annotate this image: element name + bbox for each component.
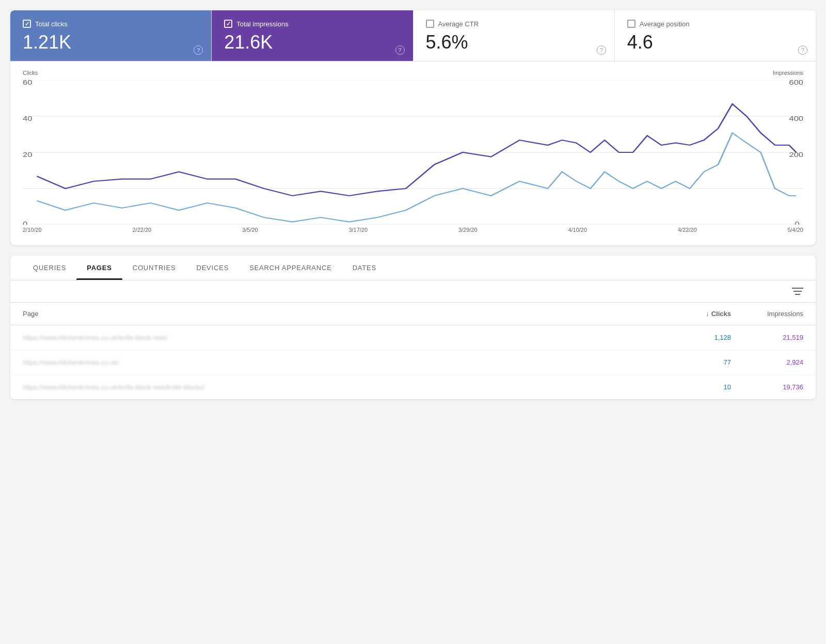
tab-pages[interactable]: PAGES: [76, 256, 122, 280]
chart-y-right-label: Impressions: [773, 70, 803, 76]
x-label-5: 3/29/20: [458, 227, 478, 233]
table-cell-page-1[interactable]: https://www.kitchenknives.co.uk/: [23, 358, 659, 366]
metric-label-average-ctr: Average CTR: [438, 20, 479, 28]
checkbox-total-impressions[interactable]: ✓: [224, 20, 232, 28]
help-icon-average-position[interactable]: ?: [798, 45, 807, 55]
data-table: Page ↓ Clicks Impressions https://www.ki…: [10, 303, 816, 399]
help-icon-average-ctr[interactable]: ?: [597, 45, 606, 55]
svg-text:40: 40: [23, 115, 32, 122]
metric-header-total-clicks: ✓ Total clicks: [23, 20, 199, 28]
x-label-3: 3/5/20: [242, 227, 258, 233]
table-cell-impressions-0: 21,519: [731, 334, 803, 341]
x-label-8: 5/4/20: [787, 227, 803, 233]
metric-tile-average-position[interactable]: Average position 4.6 ?: [615, 10, 816, 61]
help-icon-total-impressions[interactable]: ?: [395, 45, 405, 55]
metric-header-average-position: Average position: [627, 20, 803, 28]
metric-label-total-clicks: Total clicks: [35, 20, 68, 28]
header-page: Page: [23, 310, 659, 318]
x-label-4: 3/17/20: [348, 227, 368, 233]
metric-value-total-clicks: 1.21K: [23, 32, 199, 53]
metric-value-total-impressions: 21.6K: [224, 32, 400, 53]
filter-button[interactable]: [792, 287, 803, 296]
metric-value-average-position: 4.6: [627, 32, 803, 53]
checkbox-average-position[interactable]: [627, 20, 636, 28]
table-row: https://www.kitchenknives.co.uk/knife-bl…: [10, 325, 816, 350]
metric-tile-total-clicks[interactable]: ✓ Total clicks 1.21K ?: [10, 10, 212, 61]
tab-search-appearance[interactable]: SEARCH APPEARANCE: [239, 256, 342, 280]
tab-dates[interactable]: DATES: [342, 256, 387, 280]
x-label-7: 4/22/20: [678, 227, 697, 233]
chart-x-labels: 2/10/20 2/22/20 3/5/20 3/17/20 3/29/20 4…: [23, 225, 803, 233]
sort-down-icon: ↓: [706, 310, 709, 318]
help-icon-total-clicks[interactable]: ?: [194, 45, 203, 55]
metric-tile-average-ctr[interactable]: Average CTR 5.6% ?: [414, 10, 615, 61]
chart-y-left-label: Clicks: [23, 70, 38, 76]
tab-queries[interactable]: QUERIES: [23, 256, 76, 280]
metric-header-average-ctr: Average CTR: [426, 20, 602, 28]
table-row: https://www.kitchenknives.co.uk/knife-bl…: [10, 375, 816, 399]
svg-text:400: 400: [789, 115, 803, 122]
table-cell-impressions-1: 2,924: [731, 358, 803, 366]
x-label-2: 2/22/20: [133, 227, 152, 233]
metric-label-total-impressions: Total impressions: [236, 20, 288, 28]
table-cell-page-0[interactable]: https://www.kitchenknives.co.uk/knife-bl…: [23, 334, 659, 341]
x-label-1: 2/10/20: [23, 227, 42, 233]
table-cell-clicks-1: 77: [659, 358, 731, 366]
svg-text:0: 0: [795, 220, 800, 224]
metric-label-average-position: Average position: [640, 20, 690, 28]
chart-area: Clicks Impressions 60 40 20 0 600 400 20…: [10, 61, 816, 245]
svg-text:60: 60: [23, 80, 32, 86]
tabs-table-card: QUERIESPAGESCOUNTRIESDEVICESSEARCH APPEA…: [10, 256, 816, 399]
checkbox-total-clicks[interactable]: ✓: [23, 20, 31, 28]
x-label-6: 4/10/20: [568, 227, 587, 233]
svg-text:20: 20: [23, 151, 32, 158]
filter-row: [10, 280, 816, 303]
metrics-row: ✓ Total clicks 1.21K ? ✓ Total impressio…: [10, 10, 816, 61]
table-cell-clicks-0: 1,128: [659, 334, 731, 341]
tab-countries[interactable]: COUNTRIES: [122, 256, 186, 280]
table-body: https://www.kitchenknives.co.uk/knife-bl…: [10, 325, 816, 399]
checkbox-average-ctr[interactable]: [426, 20, 434, 28]
metric-tile-total-impressions[interactable]: ✓ Total impressions 21.6K ?: [212, 10, 413, 61]
metric-header-total-impressions: ✓ Total impressions: [224, 20, 400, 28]
svg-text:0: 0: [23, 220, 27, 224]
svg-text:600: 600: [789, 80, 803, 86]
chart-svg: 60 40 20 0 600 400 200 0: [23, 80, 803, 225]
header-clicks[interactable]: ↓ Clicks: [659, 310, 731, 318]
table-cell-impressions-2: 19,736: [731, 383, 803, 391]
table-row: https://www.kitchenknives.co.uk/ 77 2,92…: [10, 350, 816, 375]
table-cell-page-2[interactable]: https://www.kitchenknives.co.uk/knife-bl…: [23, 383, 659, 391]
tabs-row: QUERIESPAGESCOUNTRIESDEVICESSEARCH APPEA…: [10, 256, 816, 280]
metric-value-average-ctr: 5.6%: [426, 32, 602, 53]
table-header: Page ↓ Clicks Impressions: [10, 303, 816, 325]
tab-devices[interactable]: DEVICES: [186, 256, 239, 280]
metrics-chart-card: ✓ Total clicks 1.21K ? ✓ Total impressio…: [10, 10, 816, 245]
table-cell-clicks-2: 10: [659, 383, 731, 391]
header-impressions[interactable]: Impressions: [731, 310, 803, 318]
